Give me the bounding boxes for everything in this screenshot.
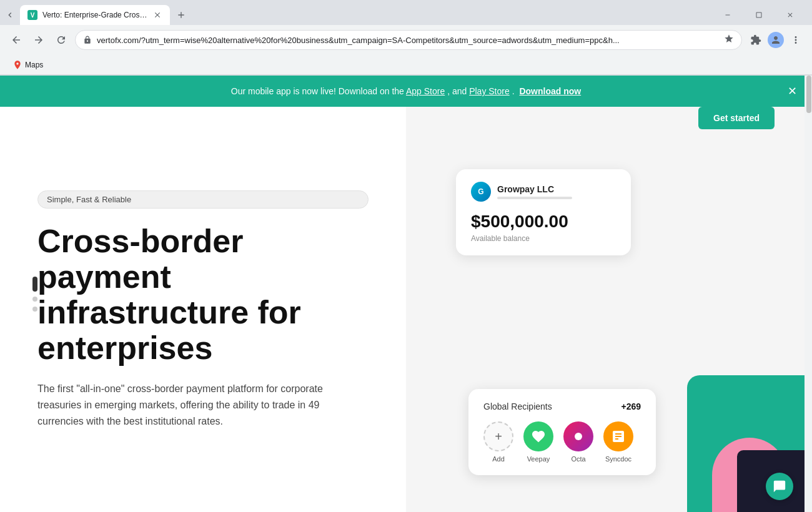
hero-description: The first "all-in-one" cross-border paym… — [37, 381, 337, 429]
hero-left-panel: Simple, Fast & Reliable Cross-border pay… — [0, 107, 406, 512]
url-text: vertofx.com/?utm_term=wise%20alternative… — [97, 36, 719, 45]
announcement-banner: Our mobile app is now live! Download on … — [0, 76, 812, 107]
more-options-button[interactable] — [787, 31, 805, 49]
banner-close-button[interactable]: ✕ — [785, 84, 800, 99]
tab-bar: V Verto: Enterprise-Grade Cross-B — [0, 0, 812, 25]
tab-title: Verto: Enterprise-Grade Cross-B — [42, 11, 147, 19]
new-tab-button[interactable] — [172, 6, 190, 24]
navigation-bar: vertofx.com/?utm_term=wise%20alternative… — [0, 25, 812, 55]
extensions-button[interactable] — [747, 31, 765, 49]
minimize-button[interactable] — [713, 5, 742, 25]
hero-headline: Cross-border payment infrastructure for … — [37, 224, 369, 367]
company-logo: G — [471, 182, 491, 202]
recipient-add[interactable]: + Add — [483, 421, 513, 463]
bookmarks-bar: Maps — [0, 55, 812, 75]
recipients-icons-row: + Add Veepay Octa — [483, 421, 641, 463]
octa-label: Octa — [571, 455, 585, 463]
tab-favicon: V — [27, 10, 37, 20]
recipients-card-header: Global Recipients +269 — [483, 401, 641, 411]
bookmark-maps[interactable]: Maps — [7, 59, 48, 71]
profile-avatar — [768, 32, 784, 48]
scrollbar-thumb[interactable] — [806, 76, 811, 113]
add-recipient-icon: + — [483, 421, 513, 451]
balance-card-header: G Growpay LLC — [471, 182, 616, 202]
recipient-syncdoc[interactable]: Syncdoc — [603, 421, 633, 463]
balance-label: Available balance — [471, 234, 616, 243]
scroll-dot-1 — [32, 277, 37, 292]
veepay-icon — [523, 421, 553, 451]
hero-section: Simple, Fast & Reliable Cross-border pay… — [0, 107, 812, 512]
profile-button[interactable] — [767, 31, 785, 49]
close-window-button[interactable] — [776, 5, 805, 25]
balance-card: G Growpay LLC $500,000.00 Available bala… — [456, 169, 631, 255]
scroll-dot-2 — [32, 297, 37, 302]
company-name: Growpay LLC — [497, 184, 572, 194]
page-scrollbar[interactable] — [805, 76, 812, 512]
balance-amount: $500,000.00 — [471, 212, 616, 232]
scroll-indicator — [32, 277, 37, 312]
get-started-button[interactable]: Get started — [698, 107, 775, 129]
hero-right-panel: Get started G Growpay LLC $500,000.00 Av… — [406, 107, 812, 512]
tab-scroll-controls[interactable] — [5, 10, 15, 20]
bookmark-star-icon[interactable] — [724, 34, 734, 46]
scroll-dot-3 — [32, 307, 37, 312]
browser-action-icons — [747, 31, 805, 49]
recipients-title: Global Recipients — [483, 401, 552, 411]
page-content: Our mobile app is now live! Download on … — [0, 76, 812, 512]
recipient-veepay[interactable]: Veepay — [523, 421, 553, 463]
maximize-button[interactable] — [745, 5, 773, 25]
back-button[interactable] — [7, 31, 25, 49]
lock-icon — [83, 36, 92, 44]
play-store-link[interactable]: Play Store — [469, 86, 510, 96]
tab-close-button[interactable] — [152, 10, 162, 20]
hero-tag-badge: Simple, Fast & Reliable — [37, 190, 369, 209]
company-bar — [497, 197, 572, 199]
banner-message: Our mobile app is now live! Download on … — [231, 86, 581, 96]
svg-point-0 — [575, 433, 582, 440]
recipient-octa[interactable]: Octa — [563, 421, 593, 463]
active-tab[interactable]: V Verto: Enterprise-Grade Cross-B — [20, 5, 170, 25]
chat-support-button[interactable] — [766, 473, 793, 500]
bookmark-maps-label: Maps — [25, 61, 43, 69]
syncdoc-icon — [603, 421, 633, 451]
forward-button[interactable] — [30, 31, 47, 49]
recipients-card: Global Recipients +269 + Add Veepay — [468, 389, 656, 475]
syncdoc-label: Syncdoc — [605, 455, 631, 463]
app-store-link[interactable]: App Store — [406, 86, 445, 96]
reload-button[interactable] — [52, 31, 70, 49]
octa-icon — [563, 421, 593, 451]
recipients-count: +269 — [621, 401, 641, 411]
address-bar[interactable]: vertofx.com/?utm_term=wise%20alternative… — [75, 30, 742, 50]
veepay-label: Veepay — [527, 455, 550, 463]
download-now-link[interactable]: Download now — [519, 86, 581, 96]
add-recipient-label: Add — [492, 455, 505, 463]
